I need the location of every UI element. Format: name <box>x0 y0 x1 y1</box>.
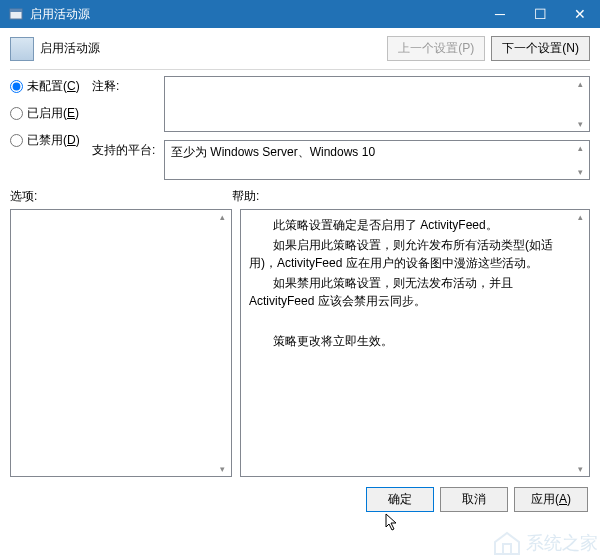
radio-not-configured[interactable]: 未配置(C) <box>10 78 92 95</box>
options-label: 选项: <box>10 188 232 205</box>
radio-disabled-input[interactable] <box>10 134 23 147</box>
supported-text: 至少为 Windows Server、Windows 10 <box>171 145 375 159</box>
footer: 确定 取消 应用(A) <box>0 477 600 522</box>
app-icon <box>8 6 24 22</box>
policy-title: 启用活动源 <box>40 40 387 57</box>
title-bar: 启用活动源 ─ ☐ ✕ <box>0 0 600 28</box>
separator <box>10 69 590 70</box>
help-panel: 此策略设置确定是否启用了 ActivityFeed。 如果启用此策略设置，则允许… <box>240 209 590 477</box>
radio-disabled-label: 已禁用(D) <box>27 132 80 149</box>
supported-box: 至少为 Windows Server、Windows 10 ▴▾ <box>164 140 590 180</box>
maximize-button[interactable]: ☐ <box>520 0 560 28</box>
comment-label: 注释: <box>92 76 158 95</box>
radio-not-configured-label: 未配置(C) <box>27 78 80 95</box>
radio-enabled[interactable]: 已启用(E) <box>10 105 92 122</box>
next-setting-button[interactable]: 下一个设置(N) <box>491 36 590 61</box>
help-text: 此策略设置确定是否启用了 ActivityFeed。 如果启用此策略设置，则允许… <box>249 216 569 350</box>
radio-not-configured-input[interactable] <box>10 80 23 93</box>
watermark: 系统之家 <box>492 530 598 556</box>
scrollbar[interactable]: ▴▾ <box>572 212 588 474</box>
window-title: 启用活动源 <box>30 6 480 23</box>
radio-group: 未配置(C) 已启用(E) 已禁用(D) <box>10 76 92 180</box>
scrollbar[interactable]: ▴▾ <box>214 212 230 474</box>
scrollbar[interactable]: ▴▾ <box>572 79 588 129</box>
radio-disabled[interactable]: 已禁用(D) <box>10 132 92 149</box>
ok-button[interactable]: 确定 <box>366 487 434 512</box>
minimize-button[interactable]: ─ <box>480 0 520 28</box>
svg-rect-1 <box>10 9 22 12</box>
help-label: 帮助: <box>232 188 259 205</box>
scrollbar[interactable]: ▴▾ <box>572 143 588 177</box>
radio-enabled-input[interactable] <box>10 107 23 120</box>
comment-textarea[interactable]: ▴▾ <box>164 76 590 132</box>
policy-icon <box>10 37 34 61</box>
apply-button[interactable]: 应用(A) <box>514 487 588 512</box>
header-row: 启用活动源 上一个设置(P) 下一个设置(N) <box>0 28 600 65</box>
supported-label: 支持的平台: <box>92 140 158 159</box>
prev-setting-button: 上一个设置(P) <box>387 36 485 61</box>
svg-rect-2 <box>503 544 511 554</box>
cancel-button[interactable]: 取消 <box>440 487 508 512</box>
close-button[interactable]: ✕ <box>560 0 600 28</box>
options-panel: ▴▾ <box>10 209 232 477</box>
radio-enabled-label: 已启用(E) <box>27 105 79 122</box>
